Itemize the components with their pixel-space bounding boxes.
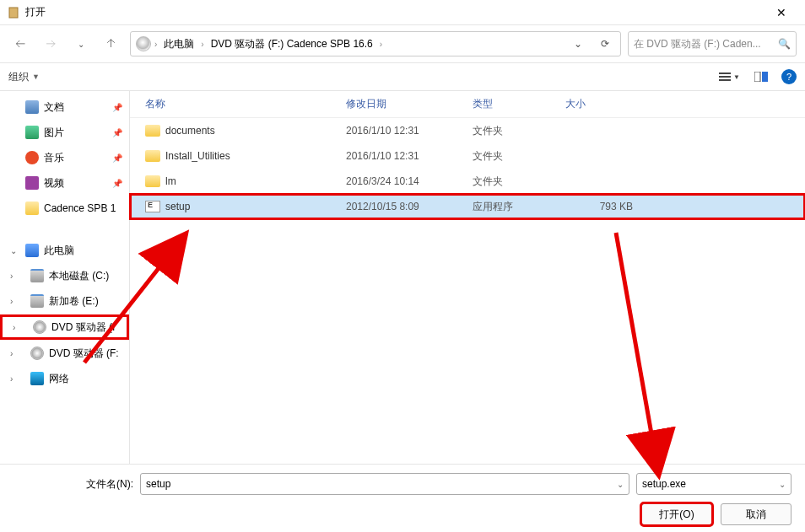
address-dropdown[interactable]: ⌄	[568, 38, 588, 50]
file-row[interactable]: documents2016/1/10 12:31文件夹	[130, 118, 805, 143]
file-row[interactable]: lm2016/3/24 10:14文件夹	[130, 169, 805, 194]
sidebar-quick-item[interactable]: 音乐📌	[0, 145, 129, 170]
file-name: documents	[165, 125, 346, 137]
file-name: Install_Utilities	[165, 150, 346, 162]
preview-pane-button[interactable]	[749, 67, 773, 86]
svg-rect-5	[762, 72, 768, 82]
view-list-button[interactable]: ▼	[717, 67, 741, 86]
file-list: documents2016/1/10 12:31文件夹Install_Utili…	[130, 118, 805, 219]
back-button[interactable]: 🡠	[8, 32, 32, 56]
forward-button[interactable]: 🡢	[39, 32, 62, 56]
app-icon	[7, 6, 20, 19]
chevron-right-icon[interactable]: ›	[380, 40, 382, 49]
column-type[interactable]: 类型	[473, 97, 565, 111]
sidebar-drive-item[interactable]: ›DVD 驱动器 (F:	[0, 341, 129, 366]
column-headers: 名称 修改日期 类型 大小	[130, 91, 805, 118]
item-icon	[25, 126, 39, 139]
exe-icon	[145, 201, 160, 212]
file-type: 应用程序	[473, 200, 565, 214]
recent-dropdown[interactable]: ⌄	[69, 32, 93, 56]
file-type: 文件夹	[473, 175, 565, 189]
sidebar-drive-item[interactable]: ›网络	[0, 366, 129, 391]
address-bar[interactable]: › 此电脑 › DVD 驱动器 (F:) Cadence SPB 16.6 › …	[130, 31, 621, 56]
svg-rect-4	[754, 72, 760, 82]
sidebar-quick-item[interactable]: 视频📌	[0, 170, 129, 196]
item-icon	[25, 151, 39, 164]
file-size: 793 KB	[565, 201, 633, 212]
file-name: lm	[165, 175, 346, 187]
item-icon	[25, 176, 39, 190]
column-name[interactable]: 名称	[145, 97, 346, 111]
cancel-button[interactable]: 取消	[721, 503, 791, 525]
sidebar-drive-item[interactable]: ›本地磁盘 (C:)	[0, 263, 129, 288]
filter-dropdown[interactable]: setup.exe ⌄	[636, 473, 791, 495]
drive-icon	[30, 269, 44, 282]
chevron-right-icon: ›	[13, 323, 15, 332]
chevron-right-icon: ›	[10, 374, 13, 384]
organize-button[interactable]: 组织 ▼	[8, 70, 40, 84]
file-date: 2016/3/24 10:14	[346, 175, 473, 187]
search-placeholder: 在 DVD 驱动器 (F:) Caden...	[634, 37, 761, 51]
chevron-down-icon[interactable]: ⌄	[617, 480, 624, 489]
item-icon	[25, 100, 39, 114]
file-name: setup	[165, 201, 346, 212]
chevron-right-icon[interactable]: ›	[201, 40, 203, 49]
pin-icon: 📌	[112, 128, 122, 137]
search-icon: 🔍	[778, 38, 791, 50]
file-date: 2016/1/10 12:31	[346, 150, 473, 162]
filename-label: 文件名(N):	[86, 477, 133, 492]
drive-icon	[30, 294, 44, 308]
filename-input[interactable]: setup ⌄	[140, 473, 629, 495]
chevron-right-icon[interactable]: ›	[154, 40, 157, 49]
pc-icon	[25, 244, 39, 257]
chevron-right-icon: ›	[10, 349, 13, 358]
file-date: 2016/1/10 12:31	[346, 125, 473, 137]
svg-rect-0	[9, 8, 18, 18]
toolbar: 组织 ▼ ▼ ?	[0, 62, 805, 91]
close-button[interactable]: ✕	[764, 6, 798, 19]
search-input[interactable]: 在 DVD 驱动器 (F:) Caden... 🔍	[628, 31, 797, 56]
pin-icon: 📌	[112, 103, 122, 112]
help-button[interactable]: ?	[781, 69, 797, 84]
file-date: 2012/10/15 8:09	[346, 201, 473, 212]
footer: 文件名(N): setup ⌄ setup.exe ⌄ 打开(O) 取消	[0, 464, 805, 532]
sidebar-quick-item[interactable]: 图片📌	[0, 120, 129, 145]
up-button[interactable]: 🡡	[100, 32, 123, 56]
pin-icon: 📌	[112, 179, 122, 188]
refresh-button[interactable]: ⟳	[595, 38, 615, 50]
column-size[interactable]: 大小	[565, 97, 633, 111]
folder-icon	[145, 125, 160, 137]
sidebar-thispc[interactable]: ⌄ 此电脑	[0, 238, 129, 263]
file-row[interactable]: Install_Utilities2016/1/10 12:31文件夹	[130, 143, 805, 169]
chevron-down-icon[interactable]: ⌄	[779, 480, 786, 489]
file-pane: 名称 修改日期 类型 大小 documents2016/1/10 12:31文件…	[130, 91, 805, 464]
chevron-right-icon: ›	[10, 297, 13, 306]
chevron-right-icon: ›	[10, 271, 13, 281]
file-type: 文件夹	[473, 149, 565, 164]
chevron-down-icon: ⌄	[10, 246, 17, 255]
column-date[interactable]: 修改日期	[346, 97, 473, 111]
item-icon	[25, 202, 39, 215]
window-title: 打开	[25, 5, 764, 19]
breadcrumb-drive[interactable]: DVD 驱动器 (F:) Cadence SPB 16.6	[208, 35, 376, 53]
folder-icon	[145, 150, 160, 162]
sidebar: 文档📌图片📌音乐📌视频📌Cadence SPB 1 ⌄ 此电脑 ›本地磁盘 (C…	[0, 91, 130, 464]
pin-icon: 📌	[112, 153, 122, 163]
chevron-down-icon: ▼	[32, 73, 40, 81]
folder-icon	[145, 175, 160, 187]
title-bar: 打开 ✕	[0, 0, 805, 25]
open-button[interactable]: 打开(O)	[641, 503, 712, 525]
drive-icon	[30, 347, 44, 360]
drive-icon	[30, 372, 44, 385]
drive-icon	[33, 320, 46, 334]
sidebar-drive-item[interactable]: ›新加卷 (E:)	[0, 288, 129, 314]
nav-bar: 🡠 🡢 ⌄ 🡡 › 此电脑 › DVD 驱动器 (F:) Cadence SPB…	[0, 25, 805, 62]
sidebar-drive-item[interactable]: ›DVD 驱动器 (I	[0, 314, 129, 340]
sidebar-quick-item[interactable]: 文档📌	[0, 94, 129, 120]
file-type: 文件夹	[473, 124, 565, 138]
disc-icon	[136, 36, 151, 51]
file-row[interactable]: setup2012/10/15 8:09应用程序793 KB	[130, 194, 805, 219]
breadcrumb-thispc[interactable]: 此电脑	[160, 35, 197, 53]
sidebar-quick-item[interactable]: Cadence SPB 1	[0, 196, 129, 221]
